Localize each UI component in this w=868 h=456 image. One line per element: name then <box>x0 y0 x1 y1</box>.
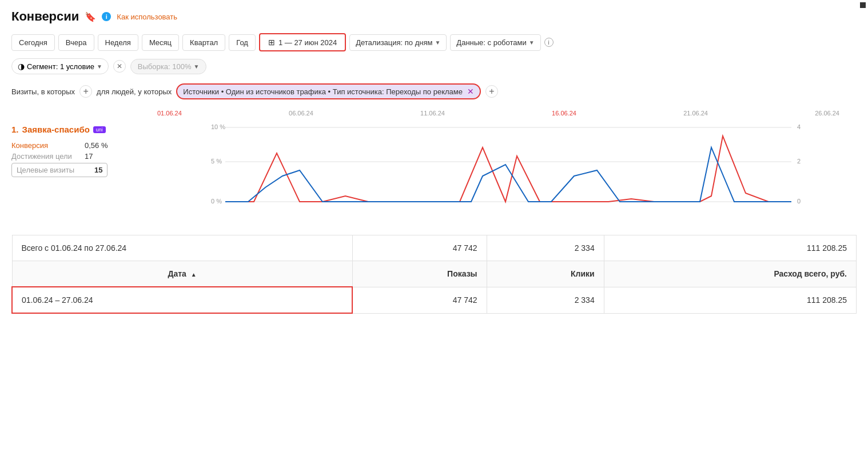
table-row: 01.06.24 – 27.06.24 47 742 2 334 111 208… <box>12 287 857 313</box>
conditions-row: Визиты, в которых + для людей, у которых… <box>11 83 857 99</box>
row-date-cell[interactable]: 01.06.24 – 27.06.24 <box>12 287 352 313</box>
condition-tag-text: Источники • Один из источников трафика •… <box>183 87 463 96</box>
segment-row: ◑ Сегмент: 1 условие ▼ ✕ Выборка: 100% ▼ <box>11 58 857 74</box>
row-clicks-cell: 2 334 <box>487 287 604 313</box>
metric-row-achievements: Достижения цели 17 <box>11 151 149 162</box>
chart-wrapper: 10 % 5 % 0 % 4 2 0 <box>160 119 857 223</box>
conversion-title[interactable]: 1. Заявка-спасибо uni <box>11 125 149 134</box>
chart-section: 01.06.24 06.06.24 11.06.24 16.06.24 21.0… <box>11 110 857 223</box>
total-shows-cell: 47 742 <box>352 235 487 261</box>
metric-label-conversion: Конверсия <box>11 141 80 150</box>
data-dropdown[interactable]: Данные: с роботами ▼ <box>450 34 540 51</box>
metric-row-target-visits: Целевые визиты 15 <box>11 163 107 177</box>
detail-chevron-icon: ▼ <box>435 39 440 46</box>
date-tick-5: 21.06.24 <box>683 110 708 117</box>
header-clicks[interactable]: Клики <box>487 261 604 287</box>
calendar-icon: ⊞ <box>268 38 275 47</box>
bookmark-icon[interactable]: 🔖 <box>85 11 96 22</box>
date-btn-year[interactable]: Год <box>229 34 256 51</box>
date-tick-2: 06.06.24 <box>289 110 313 117</box>
data-info-icon[interactable]: i <box>544 38 554 47</box>
header-date[interactable]: Дата ▲ <box>12 261 352 287</box>
segment-close-button[interactable]: ✕ <box>113 60 126 73</box>
people-label: для людей, у которых <box>97 87 172 96</box>
conversion-chart: 10 % 5 % 0 % 4 2 0 <box>160 119 857 222</box>
svg-text:0: 0 <box>797 198 801 205</box>
table-header-row: Дата ▲ Показы Клики Расход всего, руб. <box>12 261 857 287</box>
svg-text:5 %: 5 % <box>211 158 222 165</box>
date-navigation: Сегодня Вчера Неделя Месяц Квартал Год ⊞… <box>11 33 857 51</box>
date-btn-today[interactable]: Сегодня <box>11 34 55 51</box>
segment-pie-icon: ◑ <box>18 62 25 71</box>
detail-label: Детализация: по дням <box>356 38 432 47</box>
conversion-name: Заявка-спасибо <box>22 125 90 134</box>
total-row: Всего с 01.06.24 по 27.06.24 47 742 2 33… <box>12 235 857 261</box>
date-range-label: 1 — 27 июн 2024 <box>278 38 337 47</box>
info-icon[interactable]: i <box>102 12 111 21</box>
conversion-number: 1. <box>11 125 19 134</box>
date-range-button[interactable]: ⊞ 1 — 27 июн 2024 <box>259 33 346 51</box>
page-title: Конверсии <box>11 9 79 24</box>
svg-text:0 %: 0 % <box>211 198 222 205</box>
svg-text:2: 2 <box>797 158 801 165</box>
detail-dropdown[interactable]: Детализация: по дням ▼ <box>349 34 447 51</box>
segment-chevron-icon: ▼ <box>97 63 102 70</box>
date-tick-1: 01.06.24 <box>157 110 182 117</box>
beta-badge: uni <box>93 126 106 133</box>
date-btn-yesterday[interactable]: Вчера <box>58 34 94 51</box>
top-right-indicator <box>860 2 866 8</box>
segment-button[interactable]: ◑ Сегмент: 1 условие ▼ <box>11 58 109 74</box>
sample-button[interactable]: Выборка: 100% ▼ <box>130 59 207 74</box>
row-shows-cell: 47 742 <box>352 287 487 313</box>
date-tick-3: 11.06.24 <box>420 110 445 117</box>
sample-label: Выборка: 100% <box>138 62 192 71</box>
page-header: Конверсии 🔖 i Как использовать <box>11 9 857 24</box>
sort-arrow-icon: ▲ <box>191 271 197 278</box>
metric-label-achievements: Достижения цели <box>11 152 80 161</box>
total-date-cell: Всего с 01.06.24 по 27.06.24 <box>12 235 352 261</box>
metric-value-target-visits: 15 <box>94 166 102 174</box>
date-btn-month[interactable]: Месяц <box>142 34 179 51</box>
date-btn-quarter[interactable]: Квартал <box>182 34 225 51</box>
data-table: Всего с 01.06.24 по 27.06.24 47 742 2 33… <box>11 235 857 314</box>
metric-value-conversion: 0,56 % <box>85 141 107 150</box>
total-clicks-cell: 2 334 <box>487 235 604 261</box>
metric-value-achievements: 17 <box>85 152 93 161</box>
sample-chevron-icon: ▼ <box>193 63 199 70</box>
total-spend-cell: 111 208.25 <box>604 235 856 261</box>
add-people-condition-button[interactable]: + <box>485 85 498 98</box>
visits-label: Визиты, в которых <box>11 87 75 96</box>
header-shows[interactable]: Показы <box>352 261 487 287</box>
how-to-use-link[interactable]: Как использовать <box>117 13 177 21</box>
condition-tag-close-icon[interactable]: ✕ <box>467 87 474 96</box>
date-tick-6: 26.06.24 <box>815 110 839 117</box>
row-spend-cell: 111 208.25 <box>604 287 856 313</box>
conversion-info: 1. Заявка-спасибо uni Конверсия 0,56 % Д… <box>11 119 149 178</box>
date-axis: 01.06.24 06.06.24 11.06.24 16.06.24 21.0… <box>11 110 857 117</box>
header-spend[interactable]: Расход всего, руб. <box>604 261 856 287</box>
condition-tag[interactable]: Источники • Один из источников трафика •… <box>176 83 481 99</box>
svg-text:4: 4 <box>797 123 801 130</box>
segment-label: Сегмент: 1 условие <box>27 62 94 71</box>
data-chevron-icon: ▼ <box>529 39 535 46</box>
metric-row-conversion: Конверсия 0,56 % <box>11 140 149 151</box>
data-label: Данные: с роботами <box>456 38 526 47</box>
metric-label-target-visits: Целевые визиты <box>17 166 85 174</box>
add-visit-condition-button[interactable]: + <box>79 85 92 98</box>
svg-text:10 %: 10 % <box>211 123 225 130</box>
date-tick-4: 16.06.24 <box>552 110 576 117</box>
date-btn-week[interactable]: Неделя <box>98 34 138 51</box>
conversion-block: 1. Заявка-спасибо uni Конверсия 0,56 % Д… <box>11 119 857 223</box>
